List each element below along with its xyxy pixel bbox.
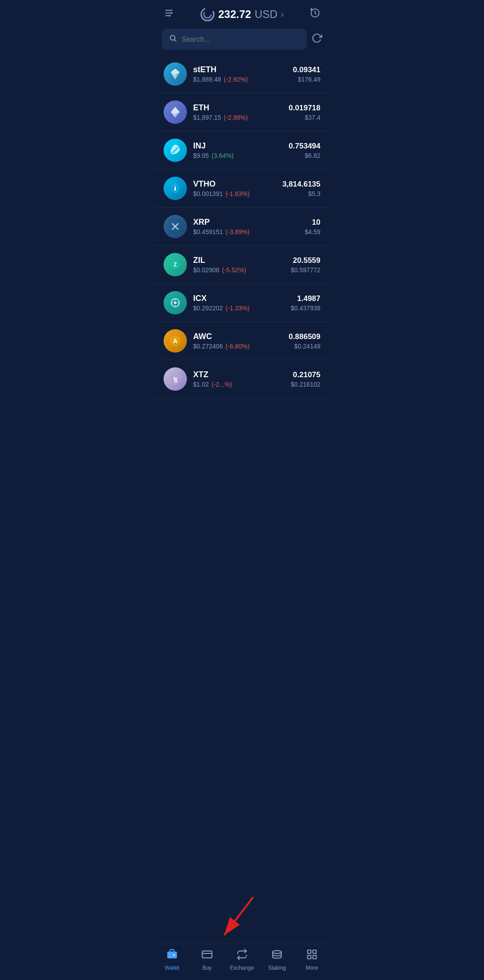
coin-name-xrp: XRP (193, 218, 305, 227)
svg-text:ꜩ: ꜩ (173, 376, 177, 383)
coin-value-eth: $37.4 (289, 114, 320, 121)
svg-line-9 (174, 39, 176, 41)
filter-icon[interactable] (164, 8, 174, 21)
coin-balance-steth: 0.09341 $176.49 (293, 65, 320, 83)
coin-change-vtho: (-1.63%) (225, 190, 250, 197)
coin-logo-eth (164, 100, 187, 124)
coin-balance-xtz: 0.21075 $0.216102 (291, 370, 320, 388)
coin-info-xrp: XRP $0.459151 (-3.89%) (193, 218, 305, 235)
balance-currency: USD (255, 8, 277, 21)
coin-item-xrp[interactable]: XRP $0.459151 (-3.89%) 10 $4.59 (155, 208, 329, 246)
coin-name-eth: ETH (193, 103, 289, 113)
coin-item-awc[interactable]: A AWC $0.272406 (-6.80%) 0.886509 $0.241… (155, 322, 329, 360)
coin-info-awc: AWC $0.272406 (-6.80%) (193, 332, 289, 350)
refresh-icon[interactable] (311, 33, 322, 46)
coin-value-zil: $0.597772 (291, 266, 320, 274)
coin-name-zil: ZIL (193, 256, 291, 265)
coin-balance-awc: 0.886509 $0.24149 (289, 332, 320, 350)
coin-logo-zil: Z (164, 253, 187, 276)
coin-item-icx[interactable]: ICX $0.292202 (-1.33%) 1.4987 $0.437938 (155, 284, 329, 322)
coin-name-xtz: XTZ (193, 370, 291, 379)
coin-value-vtho: $5.3 (282, 190, 320, 197)
coin-info-inj: INJ $9.05 (3.64%) (193, 141, 289, 159)
coin-amount-vtho: 3,814.6135 (282, 180, 320, 189)
coin-info-icx: ICX $0.292202 (-1.33%) (193, 294, 291, 312)
coin-info-xtz: XTZ $1.02 (-2...%) (193, 370, 291, 388)
coin-value-awc: $0.24149 (289, 343, 320, 350)
coin-change-zil: (-5.52%) (222, 266, 246, 274)
coin-change-steth: (-2.92%) (224, 76, 248, 83)
coin-change-xtz: (-2...%) (212, 381, 232, 388)
app-header: 232.72 USD › (155, 0, 329, 27)
coin-price-eth: $1,897.15 (193, 114, 221, 121)
coin-price-xrp: $0.459151 (193, 228, 223, 235)
coin-item-xtz[interactable]: ꜩ XTZ $1.02 (-2...%) 0.21075 $0.216102 (155, 360, 329, 398)
coin-item-steth[interactable]: stETH $1,889.48 (-2.92%) 0.09341 $176.49 (155, 55, 329, 93)
coin-value-inj: $6.82 (289, 152, 320, 159)
coin-value-xtz: $0.216102 (291, 381, 320, 388)
coin-info-zil: ZIL $0.02908 (-5.52%) (193, 256, 291, 274)
coin-name-awc: AWC (193, 332, 289, 341)
balance-chevron-icon[interactable]: › (281, 10, 284, 19)
coin-change-inj: (3.64%) (212, 152, 233, 159)
search-bar (162, 29, 322, 50)
coin-price-inj: $9.05 (193, 152, 209, 159)
coin-amount-steth: 0.09341 (293, 65, 320, 74)
balance-display[interactable]: 232.72 USD › (200, 7, 284, 22)
coin-value-steth: $176.49 (293, 76, 320, 83)
balance-amount: 232.72 (218, 8, 251, 21)
coin-amount-xtz: 0.21075 (291, 370, 320, 379)
coin-logo-vtho (164, 177, 187, 200)
coin-logo-inj (164, 139, 187, 162)
coin-info-eth: ETH $1,897.15 (-2.99%) (193, 103, 289, 121)
coin-value-icx: $0.437938 (291, 305, 320, 312)
search-wrapper[interactable] (162, 29, 307, 50)
coin-name-steth: stETH (193, 65, 293, 74)
coin-amount-eth: 0.019718 (289, 104, 320, 113)
coin-amount-inj: 0.753494 (289, 142, 320, 151)
svg-point-3 (171, 12, 173, 14)
coin-balance-xrp: 10 $4.59 (305, 218, 320, 235)
coin-price-vtho: $0.001391 (193, 190, 223, 197)
search-input[interactable] (182, 35, 300, 44)
coin-logo-icx (164, 291, 187, 314)
coin-logo-xrp (164, 215, 187, 238)
coin-amount-zil: 20.5559 (291, 256, 320, 265)
svg-point-5 (201, 8, 214, 21)
coin-change-awc: (-6.80%) (225, 343, 250, 350)
coin-balance-icx: 1.4987 $0.437938 (291, 294, 320, 312)
coin-item-inj[interactable]: INJ $9.05 (3.64%) 0.753494 $6.82 (155, 131, 329, 170)
coin-change-icx: (-1.33%) (225, 305, 250, 312)
coin-balance-inj: 0.753494 $6.82 (289, 142, 320, 159)
coin-price-awc: $0.272406 (193, 343, 223, 350)
coin-name-inj: INJ (193, 141, 289, 151)
coin-amount-xrp: 10 (305, 218, 320, 227)
coin-balance-eth: 0.019718 $37.4 (289, 104, 320, 121)
app-logo (200, 7, 215, 22)
svg-point-8 (170, 35, 175, 40)
svg-point-6 (204, 11, 211, 18)
svg-point-4 (169, 15, 171, 17)
coin-logo-xtz: ꜩ (164, 367, 187, 391)
svg-point-22 (174, 301, 177, 304)
coin-price-icx: $0.292202 (193, 305, 223, 312)
svg-text:A: A (173, 337, 177, 344)
coin-name-vtho: VTHO (193, 179, 282, 189)
coin-item-eth[interactable]: ETH $1,897.15 (-2.99%) 0.019718 $37.4 (155, 93, 329, 131)
coin-logo-awc: A (164, 329, 187, 353)
coin-item-zil[interactable]: Z ZIL $0.02908 (-5.52%) 20.5559 $0.59777… (155, 246, 329, 284)
coin-change-xrp: (-3.89%) (225, 228, 250, 235)
coin-info-vtho: VTHO $0.001391 (-1.63%) (193, 179, 282, 197)
coin-change-eth: (-2.99%) (224, 114, 248, 121)
svg-rect-18 (174, 188, 176, 191)
coin-logo-steth (164, 62, 187, 86)
search-icon (169, 34, 177, 44)
coin-value-xrp: $4.59 (305, 228, 320, 235)
history-icon[interactable] (310, 8, 320, 21)
coin-info-steth: stETH $1,889.48 (-2.92%) (193, 65, 293, 83)
coin-item-vtho[interactable]: VTHO $0.001391 (-1.63%) 3,814.6135 $5.3 (155, 170, 329, 208)
coin-list: stETH $1,889.48 (-2.92%) 0.09341 $176.49… (155, 55, 329, 398)
coin-name-icx: ICX (193, 294, 291, 303)
coin-price-xtz: $1.02 (193, 381, 209, 388)
coin-price-zil: $0.02908 (193, 266, 219, 274)
